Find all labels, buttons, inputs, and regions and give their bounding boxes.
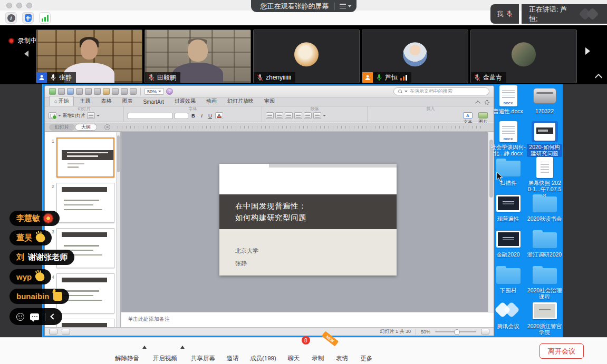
desktop-icon[interactable]: 2020秋读书会	[526, 193, 563, 229]
numbering-icon[interactable]	[275, 112, 283, 119]
bunaibin: bunaibin	[9, 289, 69, 304]
ribbon-collapse-icon[interactable]	[475, 101, 480, 106]
italic-button[interactable]: I	[198, 113, 205, 119]
ppt-toolbar-icon[interactable]	[58, 88, 65, 95]
slide-thumbnail[interactable]: 1	[47, 137, 120, 178]
strip-prev-icon[interactable]	[24, 51, 28, 57]
ribbon-tab[interactable]: ⌂开始	[49, 96, 74, 106]
zhenyiiiiii[interactable]: zhenyiiiiii	[253, 29, 360, 83]
ribbon-tab[interactable]: SmartArt	[137, 98, 168, 106]
new-slide-icon[interactable]	[49, 112, 56, 119]
toolbar-button[interactable]: 成员(199)	[245, 339, 282, 362]
desktop-icon[interactable]: 下围村	[490, 264, 526, 300]
田毅鹏[interactable]: 田毅鹏	[144, 29, 251, 83]
desktop-icon-label: 浙江调研2020	[527, 251, 562, 258]
desktop-icon[interactable]: 金融2020	[490, 229, 526, 264]
fit-slide-icon[interactable]	[481, 329, 489, 335]
ribbon-tab[interactable]: 图表	[116, 96, 137, 106]
underline-button[interactable]: U	[207, 113, 214, 119]
toolbar-button[interactable]: 邀请	[220, 339, 245, 362]
ppt-toolbar-icon[interactable]	[94, 88, 101, 95]
toolbar-button[interactable]: 共享屏幕	[186, 339, 220, 362]
close-pane-icon[interactable]: ✕	[104, 124, 110, 130]
toolbar-button[interactable]: 开启视频	[148, 339, 182, 362]
chat-bubble-icon[interactable]	[30, 313, 39, 320]
desktop-icon[interactable]: 屏幕快照 2020-1...午7.07.58	[526, 157, 563, 193]
align-right-icon[interactable]	[304, 112, 312, 119]
normal-view-icon[interactable]	[49, 329, 57, 335]
font-name-box[interactable]	[128, 113, 173, 119]
toolbar-button[interactable]: 录制 NEW	[306, 339, 330, 362]
traffic-light-close[interactable]	[6, 3, 12, 8]
desktop-icon[interactable]: 社会学谈因何-北...静.docx	[490, 121, 526, 157]
my-mic-status[interactable]: 我	[490, 4, 519, 24]
collapse-chat-icon[interactable]	[50, 313, 56, 319]
font-color-button[interactable]: A	[215, 112, 223, 119]
banner-menu-icon[interactable]	[334, 3, 351, 10]
芦恒[interactable]: 芦恒	[362, 29, 468, 83]
toolbar-button[interactable]: 更多	[354, 339, 379, 362]
gear-icon[interactable]	[485, 100, 489, 105]
desktop-icon[interactable]: 现普遍性	[490, 193, 526, 229]
view-tab[interactable]: 幻灯片	[49, 124, 75, 131]
emoji-icon[interactable]	[16, 313, 24, 321]
toolbar-button[interactable]: 表情	[330, 339, 354, 362]
desktop-icon[interactable]: 腾讯会议	[490, 300, 526, 336]
align-left-icon[interactable]	[285, 112, 293, 119]
notes-pane[interactable]: 单击此处添加备注	[121, 312, 494, 327]
toolbar-button-label: 聊天	[287, 355, 300, 362]
shield-icon[interactable]	[22, 12, 34, 24]
ribbon-tab[interactable]: 主题	[74, 96, 95, 106]
thumbnails-scrollbar[interactable]	[116, 132, 120, 327]
participant-name: 芦恒	[385, 73, 398, 82]
desktop-icon[interactable]: 扫描件	[490, 157, 526, 193]
watching-banner[interactable]: 您正在观看张静的屏幕	[251, 0, 357, 12]
signal-bars-icon[interactable]	[39, 12, 51, 24]
slide-sorter-icon[interactable]	[62, 329, 70, 335]
toolbar-button[interactable]: 聊天 8	[282, 339, 306, 362]
desktop-icon[interactable]: 2020-如何构建研究问题	[526, 121, 563, 157]
desktop-icon[interactable]: 2020社会治理课程	[526, 264, 563, 300]
desktop-icon[interactable]: 浙江调研2020	[526, 229, 563, 264]
ppt-search-input[interactable]: 在演示文档中的搜索	[393, 87, 489, 95]
font-size-box[interactable]	[175, 113, 188, 119]
ppt-toolbar-icon[interactable]	[130, 88, 137, 95]
ribbon-tab[interactable]: 动画	[200, 96, 221, 106]
ppt-zoom-dropdown[interactable]: 50%	[144, 88, 164, 95]
view-tab[interactable]: 大纲	[75, 124, 97, 131]
ribbon-tab[interactable]: 幻灯片放映	[221, 96, 258, 106]
zoom-slider[interactable]	[435, 331, 476, 332]
strip-next-icon[interactable]	[585, 47, 590, 55]
toolbar-button-label: 开启视频	[153, 355, 177, 362]
ribbon-tab[interactable]: 表格	[95, 96, 116, 106]
ppt-toolbar-icon[interactable]	[85, 88, 92, 95]
traffic-light-minimize[interactable]	[16, 3, 22, 8]
align-center-icon[interactable]	[294, 112, 302, 119]
desktop-icon[interactable]: 170322	[526, 85, 563, 121]
info-icon[interactable]: i	[5, 12, 17, 24]
current-slide[interactable]: 在中国发现普遍性： 如何构建研究型问题 北京大学 张静	[219, 164, 397, 276]
ppt-toolbar-icon[interactable]	[76, 88, 83, 95]
ppt-help-button[interactable]: ?	[166, 88, 173, 95]
ribbon-tab[interactable]: 过渡效果	[169, 96, 200, 106]
ppt-toolbar-icon[interactable]	[67, 88, 74, 95]
desktop-icon[interactable]: 2020浙江警官学院	[526, 300, 563, 336]
ppt-toolbar-icon[interactable]	[121, 88, 128, 95]
ribbon-tab[interactable]: 审阅	[258, 96, 280, 106]
ppt-toolbar-icon[interactable]	[112, 88, 119, 95]
张静[interactable]: 张静	[36, 29, 142, 83]
ppt-toolbar-icon[interactable]	[103, 88, 110, 95]
strip-collapse-icon[interactable]	[595, 74, 602, 81]
leave-meeting-button[interactable]: 离开会议	[539, 343, 584, 359]
toolbar-button[interactable]: 解除静音	[110, 339, 144, 362]
picture-icon	[478, 112, 488, 119]
bullets-icon[interactable]	[266, 112, 274, 119]
ppt-toolbar-icon[interactable]	[49, 88, 56, 95]
desktop-icon[interactable]: 普遍性.docx	[490, 85, 526, 121]
traffic-light-zoom[interactable]	[26, 3, 32, 8]
layout-icon[interactable]	[87, 112, 95, 119]
line-spacing-icon[interactable]	[313, 112, 321, 119]
bold-button[interactable]: B	[190, 113, 197, 119]
desktop-icon-label: 170322	[535, 108, 554, 114]
金蓝青[interactable]: 金蓝青	[470, 29, 577, 83]
